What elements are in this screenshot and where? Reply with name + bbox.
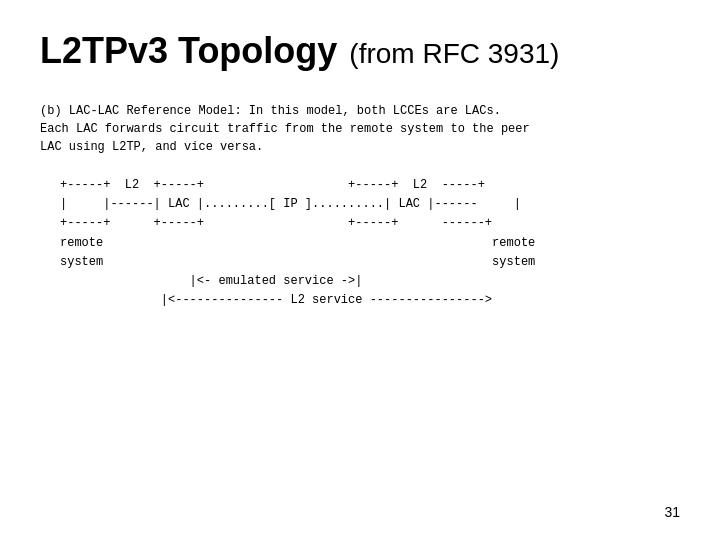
page-number: 31 [664,504,680,520]
diagram-text: +-----+ L2 +-----+ +-----+ L2 -----+ | |… [60,176,680,310]
page-container: L2TPv3 Topology (from RFC 3931) (b) LAC-… [0,0,720,540]
page-title-main: L2TPv3 Topology [40,30,337,72]
title-area: L2TPv3 Topology (from RFC 3931) [40,30,680,72]
description-text: (b) LAC-LAC Reference Model: In this mod… [40,102,680,156]
content-area: (b) LAC-LAC Reference Model: In this mod… [40,102,680,310]
page-title-subtitle: (from RFC 3931) [349,38,559,70]
